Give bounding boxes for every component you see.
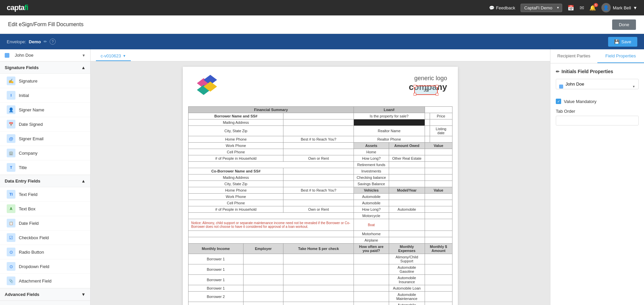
signature-fields-header[interactable]: Signature Fields ▲ bbox=[0, 61, 90, 74]
calendar-icon[interactable]: 📅 bbox=[568, 5, 574, 11]
envelope-edit-icon[interactable]: ✏ bbox=[44, 39, 47, 44]
table-cell bbox=[425, 119, 430, 126]
field-item-signer-name[interactable]: 👤 Signer Name bbox=[0, 103, 90, 117]
recipient-dropdown[interactable]: John Doe bbox=[556, 79, 639, 89]
company-selector[interactable]: CaptaFi Demo bbox=[521, 4, 562, 12]
field-item-text-field[interactable]: TI Text Field bbox=[0, 187, 90, 202]
table-cell: Automobile bbox=[354, 200, 389, 206]
table-cell: Own or Rent bbox=[283, 155, 354, 162]
tab-field-properties[interactable]: Field Properties bbox=[597, 49, 644, 63]
table-cell: Monthly Expenses bbox=[389, 244, 425, 254]
document-page-wrapper: generic logo company JD bbox=[183, 67, 458, 300]
table-cell bbox=[425, 174, 452, 181]
feedback-button[interactable]: 💬 Feedback bbox=[489, 5, 515, 10]
field-item-signer-email[interactable]: @ Signer Email bbox=[0, 132, 90, 146]
title-field-label: Title bbox=[19, 165, 27, 170]
field-item-date-field[interactable]: 📋 Date Field bbox=[0, 216, 90, 231]
field-item-initial[interactable]: I Initial bbox=[0, 88, 90, 103]
table-cell: Borrower Name and SS# bbox=[189, 113, 283, 119]
table-cell bbox=[425, 213, 452, 219]
recipient-dd-wrap: John Doe bbox=[556, 79, 639, 94]
resize-handle-tl[interactable] bbox=[414, 85, 416, 88]
notification-count: 5 bbox=[594, 3, 598, 7]
table-cell bbox=[243, 264, 283, 275]
data-entry-fields-label: Data Entry Fields bbox=[5, 179, 40, 184]
table-cell bbox=[425, 181, 452, 187]
envelope-name: Demo bbox=[29, 39, 41, 44]
table-cell bbox=[425, 264, 452, 275]
table-cell bbox=[189, 231, 354, 237]
table-cell bbox=[425, 200, 452, 206]
advanced-fields-header[interactable]: Advanced Fields ▼ bbox=[0, 288, 90, 301]
table-cell: Borrower 2 bbox=[189, 302, 244, 305]
table-cell: Assets bbox=[354, 143, 389, 149]
table-cell bbox=[283, 181, 354, 187]
resize-handle-bl[interactable] bbox=[414, 93, 416, 96]
resize-handle-br[interactable] bbox=[436, 93, 438, 96]
table-cell bbox=[425, 126, 430, 136]
table-cell bbox=[283, 113, 354, 119]
table-cell: Automobile bbox=[389, 206, 425, 213]
table-cell: Best # to Reach You? bbox=[283, 187, 354, 194]
field-item-title[interactable]: T Title bbox=[0, 160, 90, 175]
table-cell: Automobile Insurance bbox=[389, 275, 425, 285]
table-cell bbox=[354, 302, 389, 305]
table-cell bbox=[243, 275, 283, 285]
field-item-checkbox[interactable]: ☑ Checkbox Field bbox=[0, 231, 90, 245]
field-item-signature[interactable]: ✍ Signature bbox=[0, 74, 90, 88]
radio-field-icon: ⊙ bbox=[7, 248, 15, 256]
table-cell bbox=[425, 231, 452, 237]
tab-recipient-parties[interactable]: Recipient Parties bbox=[550, 49, 597, 63]
document-tab[interactable]: c-v010623 ▼ bbox=[96, 51, 131, 61]
table-cell bbox=[243, 254, 283, 264]
data-entry-fields-header[interactable]: Data Entry Fields ▲ bbox=[0, 175, 90, 187]
logo: captafi bbox=[7, 3, 28, 12]
recipient-dd-color bbox=[559, 85, 563, 89]
table-row: Retirement funds bbox=[189, 162, 452, 168]
table-cell bbox=[354, 264, 389, 275]
table-cell bbox=[283, 302, 354, 305]
company-selector-wrap: CaptaFi Demo bbox=[521, 4, 562, 12]
signature-fields-chevron: ▲ bbox=[81, 65, 86, 70]
initials-field[interactable]: JD bbox=[414, 86, 438, 95]
table-row: Borrower Name and SS# Is the property fo… bbox=[189, 113, 452, 119]
user-info[interactable]: 👤 Mark Bell ▼ bbox=[601, 3, 637, 12]
left-sidebar: John Doe ▼ Signature Fields ▲ ✍ Signatur… bbox=[0, 49, 91, 305]
tab-bar: c-v010623 ▼ bbox=[91, 49, 550, 61]
field-item-date-signed[interactable]: 📅 Date Signed bbox=[0, 117, 90, 132]
table-row: Mailing Address bbox=[189, 119, 452, 126]
field-item-dropdown[interactable]: ⊙ Dropdown Field bbox=[0, 259, 90, 274]
envelope-prefix: Envelope: bbox=[7, 39, 26, 44]
notification-bell[interactable]: 🔔 5 bbox=[589, 5, 596, 11]
recipient-selector[interactable]: John Doe ▼ bbox=[0, 49, 90, 61]
field-item-radio[interactable]: ⊙ Radio Button bbox=[0, 245, 90, 259]
user-name: Mark Bell bbox=[613, 5, 631, 10]
signer-email-field-label: Signer Email bbox=[19, 136, 44, 141]
field-item-attachment[interactable]: 📎 Attachment Field bbox=[0, 274, 90, 288]
table-cell bbox=[425, 113, 430, 119]
title-field-icon: T bbox=[7, 163, 15, 172]
table-row: Home Phone Best # to Reach You? Vehicles… bbox=[189, 187, 452, 194]
tab-order-input[interactable] bbox=[556, 116, 639, 125]
table-row: Motorcycle bbox=[189, 213, 452, 219]
table-cell: Home bbox=[354, 149, 389, 155]
table-cell: Mailing Address bbox=[189, 174, 283, 181]
notice-cell: Notice: Alimony, child support or separa… bbox=[189, 219, 354, 231]
personalized-fields-header[interactable]: Personalized Fields ▼ bbox=[0, 301, 90, 305]
done-button[interactable]: Done bbox=[612, 19, 636, 30]
field-item-company[interactable]: 🏢 Company bbox=[0, 146, 90, 160]
dropdown-field-icon: ⊙ bbox=[7, 262, 15, 271]
help-icon[interactable]: ? bbox=[50, 39, 56, 45]
table-cell: How often are you paid? bbox=[354, 244, 389, 254]
doc-logo-area: generic logo company JD bbox=[183, 67, 458, 106]
value-mandatory-checkbox[interactable]: ✓ bbox=[556, 99, 561, 104]
resize-handle-tr[interactable] bbox=[436, 85, 438, 88]
field-item-text-box[interactable]: A Text Box bbox=[0, 202, 90, 216]
table-row: Borrower 1 Automobile Gasoline bbox=[189, 264, 452, 275]
table-cell: Retirement funds bbox=[354, 162, 389, 168]
doc-scroll-area[interactable]: generic logo company JD bbox=[91, 61, 550, 305]
save-button[interactable]: 💾 Save bbox=[608, 37, 637, 47]
table-cell: Cell Phone bbox=[189, 200, 283, 206]
table-cell bbox=[425, 107, 452, 113]
mail-icon[interactable]: ✉ bbox=[580, 5, 584, 11]
